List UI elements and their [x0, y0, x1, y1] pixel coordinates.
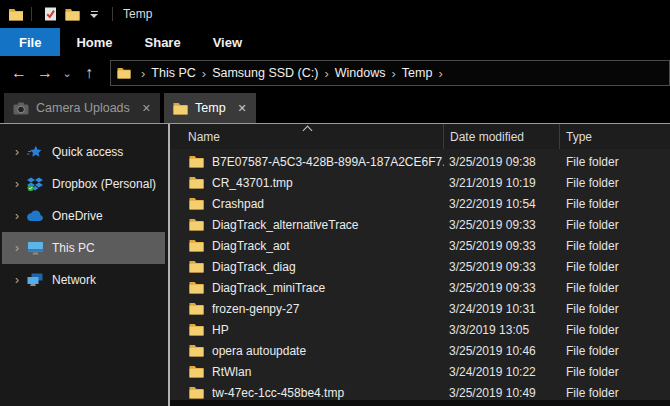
address-bar-row: ← → ⌄ ↑ › This PC › Samsung SSD (C:) › W… [0, 56, 670, 90]
sidebar-item-network[interactable]: › Network [2, 264, 165, 296]
file-name: HP [212, 323, 229, 337]
tab-camera-uploads[interactable]: Camera Uploads ✕ [4, 93, 160, 123]
expand-chevron-icon[interactable]: › [10, 145, 24, 159]
file-row[interactable]: HP 3/3/2019 13:05 File folder [170, 319, 670, 340]
expand-chevron-icon[interactable]: › [10, 241, 24, 255]
sidebar-item-this-pc[interactable]: › This PC [2, 232, 165, 264]
file-name: DiagTrack_diag [212, 260, 296, 274]
folder-icon [189, 176, 204, 189]
file-type: File folder [560, 235, 670, 256]
menu-file[interactable]: File [0, 28, 60, 56]
file-type: File folder [560, 361, 670, 382]
computer-icon [26, 240, 44, 256]
folder-icon [189, 386, 204, 399]
file-type: File folder [560, 214, 670, 235]
qat-customize-dropdown[interactable] [83, 3, 105, 25]
file-name: opera autoupdate [212, 344, 306, 358]
file-row[interactable]: DiagTrack_aot 3/25/2019 09:33 File folde… [170, 235, 670, 256]
file-name: frozen-genpy-27 [212, 302, 299, 316]
file-date-modified: 3/25/2019 10:46 [444, 340, 560, 361]
forward-button[interactable]: → [32, 65, 58, 81]
recent-locations-button[interactable]: ⌄ [58, 68, 76, 79]
tab-label: Camera Uploads [36, 101, 130, 115]
menu-view[interactable]: View [197, 28, 258, 56]
titlebar-separator [112, 7, 113, 21]
file-type: File folder [560, 172, 670, 193]
file-row[interactable]: B7E07587-A5C3-428B-899A-187A2CE6F7... 3/… [170, 151, 670, 172]
file-type: File folder [560, 193, 670, 214]
menu-share[interactable]: Share [129, 28, 197, 56]
onedrive-cloud-icon [26, 208, 44, 224]
breadcrumb-chevron-icon[interactable]: › [318, 66, 334, 81]
tab-bar: Camera Uploads ✕ Temp ✕ [0, 90, 670, 123]
expand-chevron-icon[interactable]: › [10, 177, 24, 191]
column-header-type[interactable]: Type [560, 124, 670, 149]
file-rows: B7E07587-A5C3-428B-899A-187A2CE6F7... 3/… [170, 149, 670, 400]
expand-chevron-icon[interactable]: › [10, 209, 24, 223]
file-row[interactable]: RtWlan 3/24/2019 10:22 File folder [170, 361, 670, 382]
breadcrumb-item-this-pc[interactable]: This PC [151, 66, 195, 80]
breadcrumb[interactable]: › This PC › Samsung SSD (C:) › Windows ›… [110, 60, 670, 86]
file-date-modified: 3/21/2019 10:19 [444, 172, 560, 193]
folder-icon [189, 260, 204, 273]
file-date-modified: 3/3/2019 13:05 [444, 319, 560, 340]
breadcrumb-item-drive[interactable]: Samsung SSD (C:) [212, 66, 318, 80]
file-type: File folder [560, 277, 670, 298]
dropbox-icon [26, 176, 44, 192]
sidebar-item-quick-access[interactable]: › Quick access [2, 136, 165, 168]
file-row[interactable]: tw-47ec-1cc-458be4.tmp 3/25/2019 10:49 F… [170, 382, 670, 400]
file-name: DiagTrack_miniTrace [212, 281, 325, 295]
navigation-sidebar: › Quick access › [0, 124, 168, 406]
main-content: › Quick access › [0, 123, 670, 406]
breadcrumb-item-temp[interactable]: Temp [402, 66, 433, 80]
file-name: tw-47ec-1cc-458be4.tmp [212, 386, 344, 400]
folder-icon [189, 281, 204, 294]
titlebar-separator [31, 7, 32, 21]
breadcrumb-chevron-icon[interactable]: › [385, 66, 401, 81]
file-row[interactable]: Crashpad 3/22/2019 10:54 File folder [170, 193, 670, 214]
column-header-date-modified[interactable]: Date modified [444, 124, 560, 149]
file-type: File folder [560, 382, 670, 400]
menu-home[interactable]: Home [60, 28, 128, 56]
qat-new-folder-button[interactable] [61, 3, 83, 25]
file-type: File folder [560, 151, 670, 172]
file-row[interactable]: frozen-genpy-27 3/24/2019 10:31 File fol… [170, 298, 670, 319]
file-row[interactable]: DiagTrack_alternativeTrace 3/25/2019 09:… [170, 214, 670, 235]
folder-icon [189, 197, 204, 210]
file-date-modified: 3/22/2019 10:54 [444, 193, 560, 214]
expand-chevron-icon[interactable]: › [10, 273, 24, 287]
file-type: File folder [560, 256, 670, 277]
file-date-modified: 3/25/2019 09:33 [444, 256, 560, 277]
file-row[interactable]: DiagTrack_diag 3/25/2019 09:33 File fold… [170, 256, 670, 277]
file-type: File folder [560, 319, 670, 340]
file-row[interactable]: opera autoupdate 3/25/2019 10:46 File fo… [170, 340, 670, 361]
file-name: DiagTrack_alternativeTrace [212, 218, 359, 232]
file-date-modified: 3/25/2019 09:33 [444, 235, 560, 256]
file-row[interactable]: CR_43701.tmp 3/21/2019 10:19 File folder [170, 172, 670, 193]
folder-icon [189, 365, 204, 378]
file-type: File folder [560, 298, 670, 319]
folder-icon [189, 302, 204, 315]
folder-icon [189, 155, 204, 168]
breadcrumb-chevron-icon[interactable]: › [135, 66, 151, 81]
qat-properties-button[interactable] [39, 3, 61, 25]
file-row[interactable]: DiagTrack_miniTrace 3/25/2019 09:33 File… [170, 277, 670, 298]
folder-icon [189, 218, 204, 231]
breadcrumb-item-windows[interactable]: Windows [335, 66, 386, 80]
up-button[interactable]: ↑ [76, 65, 102, 81]
back-button[interactable]: ← [6, 65, 32, 81]
sidebar-item-label: Dropbox (Personal) [52, 177, 156, 191]
file-date-modified: 3/25/2019 09:33 [444, 277, 560, 298]
breadcrumb-chevron-icon[interactable]: › [196, 66, 212, 81]
sidebar-item-onedrive[interactable]: › OneDrive [2, 200, 165, 232]
tab-temp[interactable]: Temp ✕ [164, 93, 256, 123]
file-date-modified: 3/24/2019 10:31 [444, 298, 560, 319]
sidebar-item-dropbox[interactable]: › Dropbox (Personal) [2, 168, 165, 200]
breadcrumb-chevron-icon[interactable]: › [432, 66, 448, 81]
folder-icon [173, 102, 188, 115]
tab-close-icon[interactable]: ✕ [142, 102, 151, 115]
folder-icon [189, 344, 204, 357]
tab-close-icon[interactable]: ✕ [238, 102, 247, 115]
breadcrumb-folder-icon [117, 67, 131, 79]
tab-label: Temp [195, 101, 226, 115]
